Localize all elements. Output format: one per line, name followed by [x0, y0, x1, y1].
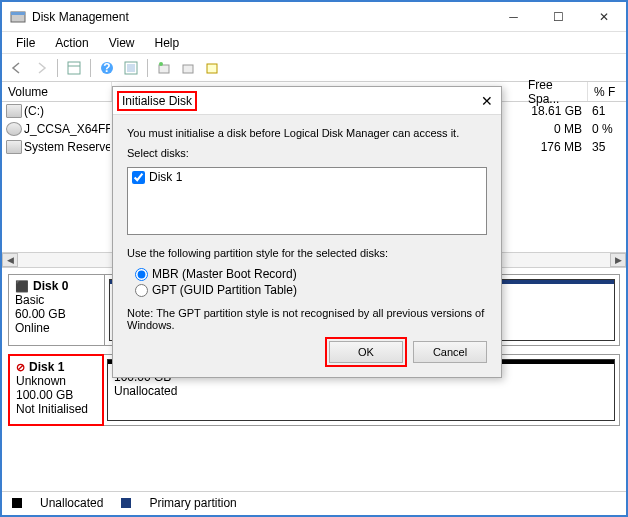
window-titlebar: Disk Management ─ ☐ ✕ — [2, 2, 626, 32]
toolbar-icon[interactable] — [120, 57, 142, 79]
mbr-radio-item[interactable]: MBR (Master Boot Record) — [135, 267, 487, 281]
window-title: Disk Management — [32, 10, 491, 24]
dialog-message: You must initialise a disk before Logica… — [127, 127, 487, 139]
drive-icon — [6, 104, 22, 118]
svg-text:?: ? — [103, 61, 110, 75]
back-button[interactable] — [6, 57, 28, 79]
disk-label: ⊘Disk 1 Unknown 100.00 GB Not Initialise… — [8, 354, 104, 426]
dialog-title: Initialise Disk — [117, 91, 197, 111]
forward-button[interactable] — [30, 57, 52, 79]
toolbar-icon[interactable] — [201, 57, 223, 79]
menu-file[interactable]: File — [6, 34, 45, 52]
column-volume[interactable]: Volume — [2, 82, 112, 101]
menu-view[interactable]: View — [99, 34, 145, 52]
swatch-unallocated — [12, 498, 22, 508]
swatch-primary — [121, 498, 131, 508]
disk-error-icon: ⊘ — [16, 361, 25, 374]
toolbar-icon[interactable] — [177, 57, 199, 79]
dialog-close-button[interactable]: ✕ — [481, 93, 493, 109]
legend: Unallocated Primary partition — [2, 491, 626, 513]
column-percent-free[interactable]: % F — [588, 82, 626, 101]
gpt-note: Note: The GPT partition style is not rec… — [127, 307, 487, 331]
svg-rect-10 — [183, 65, 193, 73]
gpt-radio[interactable] — [135, 284, 148, 297]
disk-label: ⬛Disk 0 Basic 60.00 GB Online — [9, 275, 105, 345]
disk-list: Disk 1 — [127, 167, 487, 235]
gpt-radio-item[interactable]: GPT (GUID Partition Table) — [135, 283, 487, 297]
mbr-radio[interactable] — [135, 268, 148, 281]
ok-button[interactable]: OK — [329, 341, 403, 363]
svg-rect-7 — [127, 64, 135, 72]
dialog-titlebar: Initialise Disk ✕ — [113, 87, 501, 115]
svg-rect-2 — [68, 62, 80, 74]
minimize-button[interactable]: ─ — [491, 2, 536, 32]
menu-action[interactable]: Action — [45, 34, 98, 52]
svg-rect-11 — [207, 64, 217, 73]
app-icon — [10, 9, 26, 25]
svg-point-9 — [159, 62, 163, 66]
select-disks-label: Select disks: — [127, 147, 487, 159]
window-controls: ─ ☐ ✕ — [491, 2, 626, 32]
toolbar-icon[interactable] — [153, 57, 175, 79]
menu-bar: File Action View Help — [2, 32, 626, 54]
partition-style-label: Use the following partition style for th… — [127, 247, 487, 259]
disk1-checkbox[interactable] — [132, 171, 145, 184]
close-button[interactable]: ✕ — [581, 2, 626, 32]
svg-rect-1 — [11, 12, 25, 15]
menu-help[interactable]: Help — [145, 34, 190, 52]
help-icon[interactable]: ? — [96, 57, 118, 79]
maximize-button[interactable]: ☐ — [536, 2, 581, 32]
initialise-disk-dialog: Initialise Disk ✕ You must initialise a … — [112, 86, 502, 378]
disc-icon — [6, 122, 22, 136]
toolbar-icon[interactable] — [63, 57, 85, 79]
disk-icon: ⬛ — [15, 280, 29, 293]
disk-checkbox-item[interactable]: Disk 1 — [132, 170, 482, 184]
svg-rect-8 — [159, 65, 169, 73]
column-free-space[interactable]: Free Spa... — [522, 82, 588, 101]
drive-icon — [6, 140, 22, 154]
cancel-button[interactable]: Cancel — [413, 341, 487, 363]
